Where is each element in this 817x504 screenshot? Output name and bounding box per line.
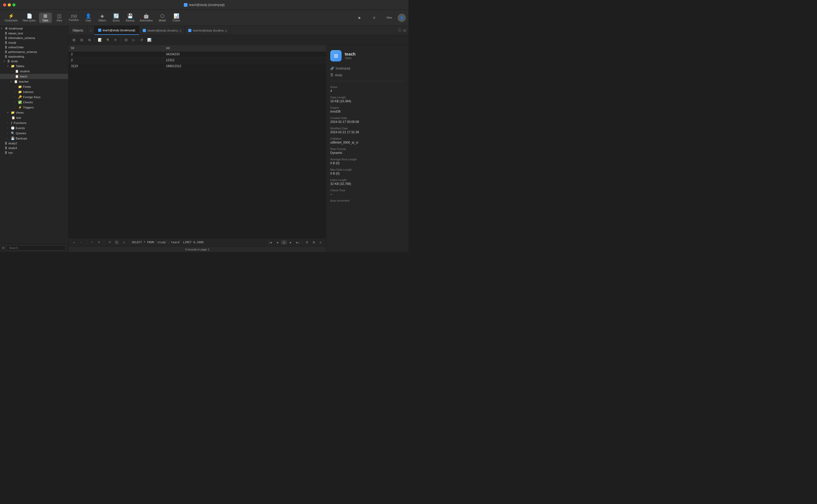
table-label: Table (42, 19, 49, 22)
tab-teach-study[interactable]: teach@study (localmysql) (95, 26, 139, 35)
toolbar-view[interactable]: ◫ View (53, 13, 66, 23)
info-connection: localmysql (336, 67, 350, 70)
sidebar-tree: ▾ 🖥 localmysql 🗄 ebean_test 🗄 informatio… (0, 26, 68, 243)
tab-student-study[interactable]: student@study (localmy...) (139, 26, 185, 35)
table-row[interactable]: 2 12312 (68, 57, 326, 63)
fields-label: Fields (23, 85, 31, 88)
sidebar-item-study4[interactable]: 🗄 study4 (0, 146, 68, 150)
subtoolbar-view-grid[interactable]: ⊟ (123, 37, 129, 43)
page-number[interactable]: 1 (281, 240, 287, 245)
tab-db-icon1 (98, 29, 101, 32)
toolbar-model[interactable]: ⬡ Model (156, 13, 169, 23)
last-page-btn[interactable]: ►| (295, 240, 300, 245)
sidebar-item-study2[interactable]: 🗄 study2 (0, 141, 68, 146)
sidebar-item-teach[interactable]: › 📋 teach (0, 74, 68, 79)
sidebar-item-indexes[interactable]: › 📁 Indexes (0, 89, 68, 95)
sidebar-item-student[interactable]: › 📋 student (0, 69, 68, 74)
toolbar-automation[interactable]: 🤖 Automation (138, 13, 155, 23)
window-controls (3, 3, 15, 6)
bottom-cancel-btn[interactable]: ✕ (96, 240, 102, 245)
study-label: study (11, 60, 18, 63)
subtoolbar-import[interactable]: ▷ (130, 37, 137, 43)
db-icon-small: 🗄 (330, 73, 333, 77)
sidebar-item-triggers[interactable]: › ⚡ Triggers (0, 105, 68, 110)
toolbar-function[interactable]: ƒ(x) Function (67, 13, 81, 22)
maximize-button[interactable] (12, 3, 15, 6)
toolbar-others[interactable]: ◈ Others (96, 13, 109, 23)
sidebar-item-online-order[interactable]: 🗄 onlineOrder (0, 45, 68, 50)
server-icon: 🖥 (5, 27, 8, 30)
bottom-warning-btn[interactable]: ⚠ (121, 240, 127, 245)
sidebar-item-events[interactable]: › 🕐 Events (0, 125, 68, 131)
table-row[interactable]: 2 34234233 (68, 51, 326, 57)
subtoolbar-edit[interactable]: 📝 (97, 37, 103, 43)
toolbar-view-layout1[interactable]: ▣ (353, 15, 366, 20)
bottom-check-btn[interactable]: ✓ (89, 240, 95, 245)
test-view-icon: 📋 (11, 116, 15, 120)
sidebar-item-checks[interactable]: › ✅ Checks (0, 100, 68, 105)
sidebar-item-study[interactable]: ▾ 🗄 study (0, 59, 68, 64)
info-rows: Rows 4 (330, 85, 404, 93)
view-list-btn[interactable]: ≡ (318, 240, 323, 245)
tab-objects[interactable]: Objects (68, 26, 88, 35)
layout-btn[interactable]: ⊟ (403, 29, 406, 32)
subtoolbar-export[interactable]: ↺ (138, 37, 145, 43)
sidebar-item-teacher[interactable]: ▾ 📋 teacher (0, 79, 68, 84)
table-wrapper[interactable]: tid sid 2 34234233 2 12312 (68, 45, 326, 238)
toolbar-backup[interactable]: 💾 Backup (124, 13, 137, 23)
first-page-btn[interactable]: |◄ (268, 240, 273, 245)
bottom-refresh-btn[interactable]: ↺ (107, 240, 112, 245)
toolbar-user[interactable]: 👤 User (82, 13, 95, 23)
toolbar-charts[interactable]: 📊 Charts (170, 13, 183, 23)
user-avatar[interactable]: 👤 (398, 14, 406, 22)
tab-collapse-btn[interactable]: « (88, 26, 95, 35)
sidebar-item-staybooking[interactable]: 🗄 staybooking (0, 54, 68, 59)
view-mode-btn[interactable]: ⊞ (311, 240, 317, 245)
toolbar-new-query[interactable]: 📄 New Query (21, 13, 38, 23)
sidebar-item-queries[interactable]: › 🔍 Queries (0, 131, 68, 136)
sidebar-item-views-folder[interactable]: ▾ 📁 Views (0, 110, 68, 115)
sidebar-item-backups[interactable]: › 💾 Backups (0, 136, 68, 141)
table-row[interactable]: 3123 199012312 (68, 63, 326, 69)
toolbar-connection[interactable]: ⚡ Connection (3, 13, 20, 23)
fk-label: Foreign Keys (23, 96, 41, 99)
search-input[interactable] (6, 245, 66, 250)
toolbar-view-text[interactable]: View (383, 15, 396, 20)
sidebar-item-mysql[interactable]: 🗄 mysql (0, 40, 68, 45)
close-button[interactable] (3, 3, 6, 6)
sidebar-item-sys[interactable]: 🗄 sys (0, 150, 68, 155)
sidebar-item-tables-folder[interactable]: ▾ 📁 Tables (0, 64, 68, 69)
bottom-add-btn[interactable]: + (71, 240, 77, 245)
toolbar-table[interactable]: ⊞ Table (39, 13, 52, 23)
sidebar-item-performance-schema[interactable]: 🗄 performance_schema (0, 50, 68, 54)
sidebar-item-functions[interactable]: › ƒ Functions (0, 120, 68, 125)
col-tid[interactable]: tid (68, 45, 163, 51)
bottom-query-text: SELECT * FROM `study`.`teach` LIMIT 0,10… (132, 241, 266, 244)
subtoolbar-chart[interactable]: 📊 (146, 37, 153, 43)
sidebar-item-fields[interactable]: › 📁 Fields (0, 84, 68, 89)
subtoolbar-sort[interactable]: ≡ (112, 37, 119, 43)
toolbar-view-layout2[interactable]: ⊟ (368, 15, 381, 20)
bottom-remove-btn[interactable]: − (78, 240, 84, 245)
sidebar-item-localmysql[interactable]: ▾ 🖥 localmysql (0, 26, 68, 31)
cell-sid: 199012312 (163, 63, 326, 69)
next-page-btn[interactable]: ► (288, 240, 294, 245)
minimize-button[interactable] (8, 3, 11, 6)
bottom-stop-btn[interactable]: ⬛ (114, 240, 120, 245)
info-check-time: Check Time -- (330, 189, 404, 196)
toolbar-query[interactable]: 🔄 Query (110, 13, 123, 23)
settings-btn[interactable]: ⚙ (304, 240, 310, 245)
sidebar-item-foreign-keys[interactable]: › 🔑 Foreign Keys (0, 95, 68, 100)
prev-page-btn[interactable]: ◄ (274, 240, 280, 245)
subtoolbar-remove[interactable]: ⊟ (78, 37, 85, 43)
info-avg-row-length: Average Row Length 0 B (0) (330, 158, 404, 165)
subtoolbar-add[interactable]: ⊞ (70, 37, 77, 43)
sidebar-item-test-view[interactable]: 📋 test (0, 115, 68, 120)
sidebar-item-information-schema[interactable]: 🗄 information_schema (0, 36, 68, 40)
subtoolbar-copy[interactable]: ⧉ (86, 37, 93, 43)
col-sid[interactable]: sid (163, 45, 326, 51)
tab-teacher-study[interactable]: teacher@study (localmy...) (185, 26, 230, 35)
subtoolbar-filter[interactable]: ⚗ (104, 37, 111, 43)
sidebar-item-ebean-test[interactable]: 🗄 ebean_test (0, 31, 68, 36)
info-btn[interactable]: ⓘ (398, 28, 401, 33)
